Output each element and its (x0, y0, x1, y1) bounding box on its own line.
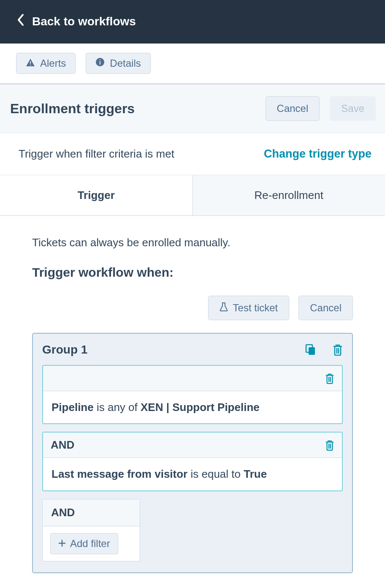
toolbar: Alerts Details (0, 44, 385, 84)
section-header: Enrollment triggers Cancel Save (0, 84, 385, 133)
svg-rect-6 (309, 347, 315, 355)
cancel-filter-button[interactable]: Cancel (298, 296, 353, 320)
page-title: Enrollment triggers (10, 101, 135, 117)
filter-value: XEN | Support Pipeline (141, 401, 260, 414)
warning-icon (26, 57, 35, 69)
test-ticket-label: Test ticket (233, 302, 278, 314)
back-label: Back to workflows (32, 15, 136, 28)
filter-value: True (244, 468, 267, 480)
tabs: Trigger Re-enrollment (0, 175, 385, 216)
details-label: Details (110, 57, 141, 69)
and-label: AND (43, 499, 140, 526)
info-icon (95, 57, 105, 69)
add-filter-block: AND Add filter (42, 499, 140, 561)
trash-icon[interactable] (325, 440, 334, 451)
trash-icon[interactable] (333, 344, 343, 356)
svg-rect-0 (30, 61, 31, 64)
svg-rect-3 (100, 61, 100, 65)
copy-icon[interactable] (305, 344, 316, 356)
save-button[interactable]: Save (330, 96, 376, 121)
trigger-when-heading: Trigger workflow when: (32, 265, 353, 280)
filter-row[interactable]: Pipeline is any of XEN | Support Pipelin… (42, 365, 343, 424)
trigger-type-row: Trigger when filter criteria is met Chan… (0, 133, 385, 175)
alerts-label: Alerts (40, 57, 66, 69)
plus-icon (58, 538, 66, 550)
group-title: Group 1 (42, 343, 87, 357)
back-to-workflows-link[interactable]: Back to workflows (17, 14, 136, 29)
alerts-button[interactable]: Alerts (16, 53, 76, 74)
filter-operator: is any of (94, 401, 141, 414)
tab-reenrollment[interactable]: Re-enrollment (192, 175, 385, 215)
trigger-type-description: Trigger when filter criteria is met (19, 147, 174, 161)
enrollment-hint: Tickets can always be enrolled manually. (32, 236, 353, 249)
chevron-left-icon (17, 14, 24, 29)
flask-icon (220, 302, 228, 314)
svg-rect-1 (30, 65, 31, 65)
filter-property: Last message from visitor (52, 468, 187, 480)
add-filter-label: Add filter (70, 538, 110, 550)
filter-operator: is equal to (187, 468, 244, 480)
details-button[interactable]: Details (86, 53, 150, 74)
test-ticket-button[interactable]: Test ticket (208, 296, 290, 320)
filter-row[interactable]: AND Last message from visitor is equal t… (42, 432, 343, 491)
filter-property: Pipeline (52, 401, 94, 414)
and-label: AND (51, 438, 74, 452)
filter-group: Group 1 Pipeline is any of XEN | Support… (32, 333, 353, 573)
svg-rect-4 (100, 60, 100, 60)
add-filter-button[interactable]: Add filter (50, 533, 118, 554)
trash-icon[interactable] (325, 373, 334, 384)
tab-trigger[interactable]: Trigger (0, 175, 192, 215)
change-trigger-type-link[interactable]: Change trigger type (264, 147, 371, 161)
cancel-button[interactable]: Cancel (266, 96, 320, 121)
